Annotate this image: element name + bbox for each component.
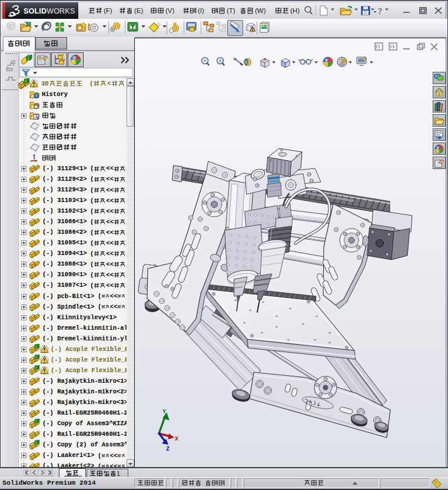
svg-text:A: A xyxy=(35,114,39,120)
svg-text:1: 1 xyxy=(117,470,120,477)
svg-text:?: ? xyxy=(378,6,382,16)
svg-text:X: X xyxy=(175,436,178,442)
svg-text:SOLIDWORKS: SOLIDWORKS xyxy=(24,7,75,15)
svg-text:Y: Y xyxy=(162,409,166,415)
svg-text:Z: Z xyxy=(166,446,170,452)
